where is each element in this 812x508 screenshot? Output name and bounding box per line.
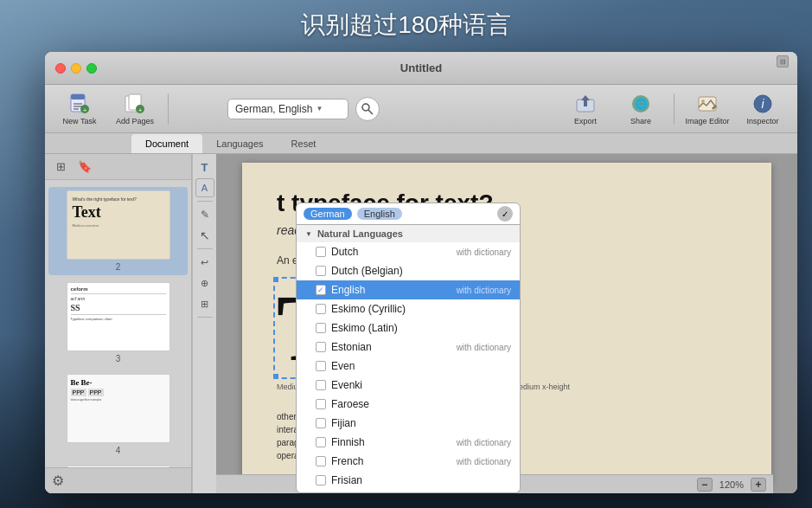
toolbar: + New Task + Add Pages German, English ▼ — [45, 85, 797, 133]
minimize-button[interactable] — [71, 63, 81, 74]
rotate-tool-button[interactable]: ↩ — [195, 253, 214, 272]
page-thumb-5[interactable]: dbap abg Typography reference Letter spa… — [48, 462, 188, 467]
sidebar-mark-icon[interactable]: 🔖 — [76, 158, 93, 176]
title-bar: Untitled ⊟ — [45, 52, 797, 85]
eskimo-latin-checkbox[interactable] — [316, 323, 326, 333]
metric-xheight: Medium x-height — [513, 383, 571, 400]
language-dropdown[interactable]: German, English ▼ — [227, 99, 348, 119]
eskimo-cyrillic-name: Eskimo (Cyrillic) — [331, 303, 506, 315]
english-checkbox[interactable]: ✓ — [316, 285, 326, 295]
dutch-name: Dutch — [331, 246, 451, 258]
fijian-checkbox[interactable] — [316, 418, 326, 428]
thumb-img-4: Be Be- PPP PPP Various typeface examples — [67, 374, 170, 443]
select-tool-button[interactable]: ↖ — [195, 226, 214, 245]
language-dropdown-value: German, English — [235, 103, 312, 115]
estonian-dict: with dictionary — [457, 343, 511, 352]
export-button[interactable]: Export — [559, 88, 611, 130]
finnish-dict: with dictionary — [457, 438, 511, 447]
inspector-label: Inspector — [746, 118, 778, 125]
lang-item-dutch[interactable]: Dutch with dictionary — [297, 242, 520, 261]
lang-item-finnish[interactable]: Finnish with dictionary — [297, 433, 520, 452]
toolbar-separator-1 — [168, 93, 169, 125]
tab-languages[interactable]: Languages — [202, 134, 277, 153]
page-thumb-4[interactable]: Be Be- PPP PPP Various typeface examples… — [48, 370, 188, 459]
even-checkbox[interactable] — [316, 361, 326, 371]
tab-bar: Document Languages Reset — [45, 133, 797, 154]
export-icon — [573, 92, 598, 116]
zoom-plus-button[interactable]: + — [751, 478, 766, 492]
text-tool-button[interactable]: T — [195, 158, 214, 177]
lang-item-eskimo-latin[interactable]: Eskimo (Latin) — [297, 318, 520, 338]
page-num-4: 4 — [116, 446, 121, 455]
english-tag[interactable]: English — [357, 208, 402, 220]
zoom-tool-button[interactable]: ⊕ — [195, 273, 214, 293]
share-icon: 🌐 — [629, 92, 653, 116]
frisian-name: Frisian — [331, 474, 506, 486]
estonian-checkbox[interactable] — [316, 342, 326, 352]
inspector-button[interactable]: i Inspector — [737, 88, 789, 130]
english-name: English — [331, 284, 451, 296]
selection-handle-tl[interactable] — [273, 277, 278, 282]
french-name: French — [331, 455, 451, 467]
lang-item-dutch-belgian[interactable]: Dutch (Belgian) — [297, 261, 520, 280]
page-thumb-2[interactable]: What's the right typeface for text? Text… — [48, 187, 188, 275]
main-content: ⊞ 🔖 What's the right typeface for text? … — [45, 154, 797, 493]
page-num-3: 3 — [116, 354, 121, 363]
thumb-img-5: dbap abg Typography reference Letter spa… — [67, 466, 170, 467]
lang-item-frisian[interactable]: Frisian — [297, 471, 520, 490]
eskimo-cyrillic-checkbox[interactable] — [316, 304, 326, 314]
tab-document[interactable]: Document — [131, 134, 202, 153]
share-button[interactable]: 🌐 Share — [615, 88, 667, 130]
finnish-name: Finnish — [331, 436, 451, 448]
sidebar-view-icon[interactable]: ⊞ — [52, 158, 69, 176]
image-editor-button[interactable]: Image Editor — [681, 88, 733, 130]
selection-handle-bl[interactable] — [273, 374, 278, 379]
english-dict: with dictionary — [457, 286, 511, 295]
lang-item-faroese[interactable]: Faroese — [297, 395, 520, 414]
right-sidebar-sep-2 — [197, 248, 213, 249]
tab-reset[interactable]: Reset — [278, 134, 330, 153]
sidebar-pages: What's the right typeface for text? Text… — [45, 180, 191, 467]
app-window: Untitled ⊟ + New Task — [45, 52, 797, 493]
svg-text:+: + — [83, 106, 87, 114]
close-button[interactable] — [55, 63, 66, 74]
new-task-button[interactable]: + New Task — [54, 88, 105, 130]
maximize-button[interactable] — [86, 63, 97, 74]
faroese-checkbox[interactable] — [316, 399, 326, 409]
lang-item-eskimo-cyrillic[interactable]: Eskimo (Cyrillic) — [297, 299, 520, 318]
dutch-checkbox[interactable] — [316, 247, 326, 257]
lang-item-english[interactable]: ✓ English with dictionary — [297, 280, 520, 299]
language-list: Natural Languages Dutch with dictionary … — [296, 225, 521, 493]
right-sidebar-sep-1 — [197, 201, 213, 202]
dropdown-arrow-icon: ▼ — [316, 105, 323, 113]
frisian-checkbox[interactable] — [316, 475, 326, 485]
add-pages-button[interactable]: + Add Pages — [109, 88, 161, 130]
lang-item-estonian[interactable]: Estonian with dictionary — [297, 338, 520, 357]
lang-item-french[interactable]: French with dictionary — [297, 452, 520, 471]
language-dropdown-panel: German English ✓ Natural Languages Dutch… — [296, 203, 521, 493]
dutch-dict: with dictionary — [457, 248, 511, 257]
search-button[interactable] — [355, 97, 380, 121]
settings-icon[interactable]: ⚙ — [52, 473, 64, 489]
sidebar: ⊞ 🔖 What's the right typeface for text? … — [45, 154, 192, 493]
dutch-belgian-checkbox[interactable] — [316, 266, 326, 276]
lang-item-evenki[interactable]: Evenki — [297, 376, 520, 395]
evenki-name: Evenki — [331, 379, 506, 391]
lang-item-friulian[interactable]: Friulian — [297, 490, 520, 493]
lang-item-fijian[interactable]: Fijian — [297, 414, 520, 433]
pencil-tool-button[interactable]: ✎ — [195, 205, 214, 224]
zoom-minus-button[interactable]: − — [697, 478, 713, 492]
page-thumb-3[interactable]: ceform acf arm SS Typeface comparison ch… — [48, 279, 188, 367]
language-confirm-button[interactable]: ✓ — [497, 206, 513, 222]
window-control-btn[interactable]: ⊟ — [777, 55, 789, 68]
grid-tool-button[interactable]: ⊞ — [195, 294, 214, 313]
finnish-checkbox[interactable] — [316, 437, 326, 447]
add-pages-label: Add Pages — [116, 118, 154, 125]
evenki-checkbox[interactable] — [316, 380, 326, 390]
annotate-tool-button[interactable]: A — [195, 178, 214, 197]
german-tag[interactable]: German — [304, 208, 352, 220]
lang-item-even[interactable]: Even — [297, 357, 520, 376]
add-pages-icon: + — [123, 92, 147, 116]
french-checkbox[interactable] — [316, 456, 326, 466]
faroese-name: Faroese — [331, 398, 506, 410]
